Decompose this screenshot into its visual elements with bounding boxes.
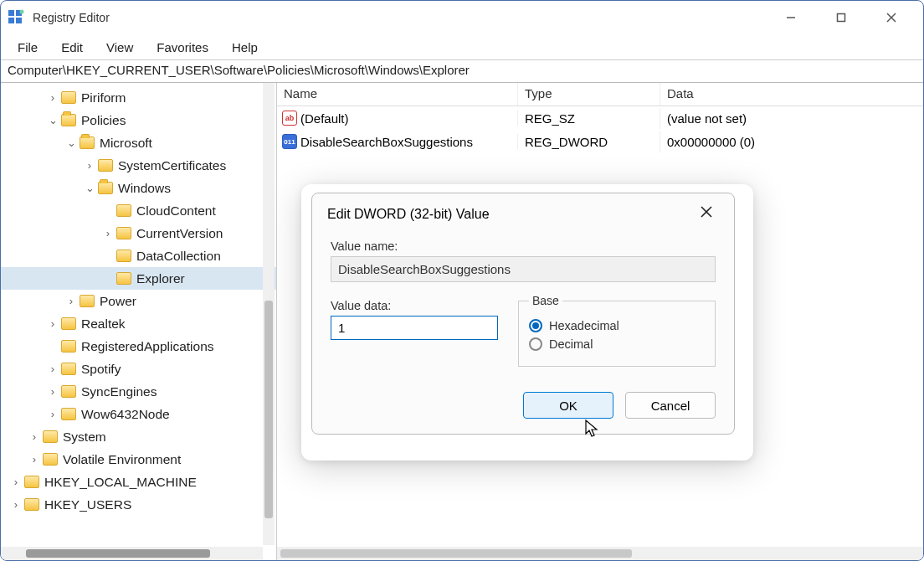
chevron-right-icon[interactable]: › (46, 363, 59, 375)
tree-vertical-scrollbar[interactable] (263, 83, 275, 545)
chevron-right-icon[interactable]: › (9, 476, 23, 488)
tree-item-label: Volatile Environment (63, 452, 181, 467)
menu-favorites[interactable]: Favorites (148, 38, 217, 57)
tree-item-policies[interactable]: ⌄Policies (1, 109, 276, 131)
col-header-type[interactable]: Type (518, 83, 660, 106)
value-row[interactable]: 011DisableSearchBoxSuggestionsREG_DWORD0… (277, 130, 923, 153)
window-title: Registry Editor (33, 11, 774, 24)
tree-item-currentversion[interactable]: ›CurrentVersion (1, 222, 276, 244)
folder-icon (43, 430, 58, 443)
folder-icon (116, 272, 131, 285)
tree-item-microsoft[interactable]: ⌄Microsoft (1, 131, 276, 154)
dialog-close-icon[interactable] (694, 205, 719, 223)
values-header: Name Type Data (277, 83, 923, 106)
tree-item-label: Piriform (81, 90, 126, 106)
tree-item-explorer[interactable]: ›Explorer (1, 267, 276, 290)
tree-item-registeredapplications[interactable]: ›RegisteredApplications (1, 335, 276, 358)
svg-rect-6 (838, 14, 845, 22)
folder-icon (61, 340, 76, 353)
tree-item-label: Explorer (136, 271, 185, 286)
folder-icon (61, 363, 76, 375)
tree-item-hkey-users[interactable]: ›HKEY_USERS (1, 493, 276, 516)
menu-file[interactable]: File (9, 38, 46, 57)
edit-dword-dialog: Edit DWORD (32-bit) Value Value name: Di… (311, 193, 735, 435)
chevron-down-icon[interactable]: ⌄ (83, 182, 96, 194)
value-row[interactable]: ab(Default)REG_SZ(value not set) (277, 106, 923, 130)
dialog-title: Edit DWORD (32-bit) Value (327, 207, 490, 222)
tree-item-systemcertificates[interactable]: ›SystemCertificates (1, 154, 276, 177)
tree-item-label: Spotify (81, 362, 121, 377)
tree-item-syncengines[interactable]: ›SyncEngines (1, 380, 276, 403)
tree-item-label: Microsoft (100, 136, 152, 151)
chevron-right-icon[interactable]: › (101, 227, 115, 239)
chevron-right-icon[interactable]: › (46, 408, 59, 420)
tree-item-label: CurrentVersion (136, 226, 223, 241)
chevron-right-icon[interactable]: › (83, 159, 96, 172)
folder-icon (80, 136, 95, 149)
address-bar[interactable]: Computer\HKEY_CURRENT_USER\Software\Poli… (1, 59, 923, 83)
radio-hex-label: Hexadecimal (549, 319, 619, 332)
radio-dec[interactable]: Decimal (529, 337, 705, 351)
chevron-down-icon[interactable]: ⌄ (46, 114, 59, 126)
folder-icon (98, 182, 113, 194)
tree-item-windows[interactable]: ⌄Windows (1, 177, 276, 199)
tree-item-volatile-environment[interactable]: ›Volatile Environment (1, 448, 276, 471)
maximize-button[interactable] (824, 5, 858, 30)
minimize-button[interactable] (774, 5, 808, 30)
chevron-right-icon[interactable]: › (46, 317, 59, 330)
ok-button[interactable]: OK (523, 392, 613, 419)
titlebar[interactable]: Registry Editor (1, 1, 923, 34)
tree-item-label: CloudContent (136, 203, 216, 219)
tree-horizontal-scrollbar[interactable] (1, 547, 263, 560)
value-data-label: Value data: (331, 299, 498, 312)
chevron-right-icon[interactable]: › (46, 91, 59, 104)
chevron-right-icon[interactable]: › (46, 385, 59, 398)
value-name-label: Value name: (331, 239, 716, 253)
tree-item-realtek[interactable]: ›Realtek (1, 312, 276, 335)
tree-item-system[interactable]: ›System (1, 425, 276, 448)
value-data: (value not set) (660, 108, 923, 129)
tree-item-piriform[interactable]: ›Piriform (1, 86, 276, 109)
tree-item-label: RegisteredApplications (81, 339, 214, 354)
chevron-right-icon[interactable]: › (28, 430, 41, 443)
tree-item-label: Policies (81, 113, 126, 128)
value-data: 0x00000000 (0) (660, 131, 923, 152)
tree-item-power[interactable]: ›Power (1, 290, 276, 312)
tree-item-label: Realtek (81, 317, 126, 332)
col-header-name[interactable]: Name (277, 83, 518, 106)
tree-item-label: HKEY_LOCAL_MACHINE (44, 475, 197, 490)
menu-edit[interactable]: Edit (53, 38, 91, 57)
list-horizontal-scrollbar[interactable] (277, 547, 923, 560)
tree-item-cloudcontent[interactable]: ›CloudContent (1, 199, 276, 222)
folder-icon (61, 408, 76, 420)
value-type: REG_DWORD (518, 131, 660, 152)
folder-icon (116, 204, 131, 217)
value-data-input[interactable] (331, 316, 498, 340)
tree-item-hkey-local-machine[interactable]: ›HKEY_LOCAL_MACHINE (1, 471, 276, 493)
folder-icon (61, 91, 76, 104)
menu-help[interactable]: Help (223, 38, 266, 57)
folder-icon (61, 317, 76, 330)
tree-item-datacollection[interactable]: ›DataCollection (1, 244, 276, 267)
menu-view[interactable]: View (98, 38, 141, 57)
chevron-right-icon[interactable]: › (64, 295, 78, 307)
value-name: (Default) (300, 111, 349, 126)
tree-pane[interactable]: ›Piriform⌄Policies⌄Microsoft›SystemCerti… (1, 83, 277, 560)
chevron-down-icon[interactable]: ⌄ (64, 136, 78, 149)
base-legend: Base (529, 294, 562, 307)
svg-rect-2 (8, 18, 14, 23)
col-header-data[interactable]: Data (660, 83, 923, 106)
folder-icon (43, 453, 58, 466)
close-button[interactable] (875, 5, 908, 30)
chevron-right-icon[interactable]: › (28, 453, 41, 466)
folder-icon (61, 114, 76, 126)
folder-icon (24, 476, 39, 488)
cancel-button[interactable]: Cancel (625, 392, 716, 419)
chevron-right-icon[interactable]: › (9, 498, 23, 511)
value-name-field: DisableSearchBoxSuggestions (331, 256, 716, 282)
radio-hex[interactable]: Hexadecimal (529, 319, 705, 332)
tree-item-spotify[interactable]: ›Spotify (1, 358, 276, 380)
value-name: DisableSearchBoxSuggestions (300, 135, 473, 149)
tree-item-wow6432node[interactable]: ›Wow6432Node (1, 403, 276, 425)
tree-item-label: Power (100, 294, 136, 309)
